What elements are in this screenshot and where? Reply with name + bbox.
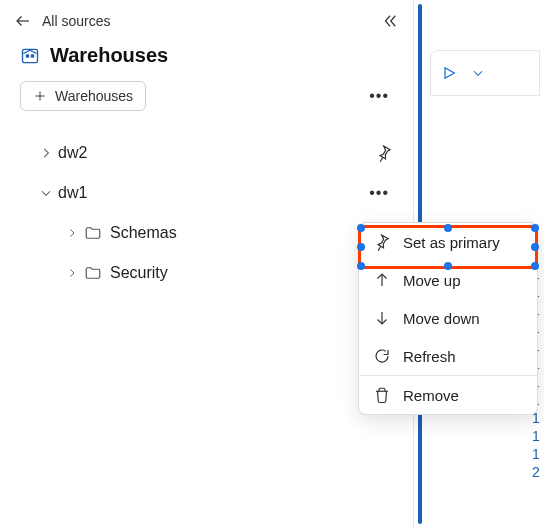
run-dropdown-button[interactable]	[471, 66, 485, 80]
tree: dw2 dw1 ••• Schemas	[0, 119, 413, 293]
menu-item-label: Move up	[403, 272, 461, 289]
tree-item-label: Security	[110, 264, 168, 282]
line-number: 2	[532, 464, 540, 480]
back-to-all-sources[interactable]: All sources	[14, 12, 110, 30]
chevron-right-icon	[60, 267, 84, 279]
chevron-down-icon	[471, 66, 485, 80]
menu-item-refresh[interactable]: Refresh	[359, 337, 537, 375]
add-warehouse-button[interactable]: Warehouses	[20, 81, 146, 111]
pin-icon	[375, 144, 393, 162]
arrow-left-icon	[14, 12, 32, 30]
run-toolbar	[430, 50, 540, 96]
menu-item-label: Remove	[403, 387, 459, 404]
menu-item-label: Set as primary	[403, 234, 500, 251]
plus-icon	[33, 89, 47, 103]
add-button-label: Warehouses	[55, 88, 133, 104]
toolbar-more-button[interactable]: •••	[365, 83, 393, 109]
header-row: All sources	[0, 12, 413, 42]
svg-rect-2	[26, 54, 29, 57]
pin-icon	[373, 233, 391, 251]
svg-rect-3	[31, 54, 34, 57]
menu-item-remove[interactable]: Remove	[359, 375, 537, 414]
tree-item-label: Schemas	[110, 224, 177, 242]
tree-item-label: dw2	[58, 144, 87, 162]
tree-item-more-button[interactable]: •••	[365, 180, 393, 206]
back-label: All sources	[42, 13, 110, 29]
tree-item-dw1[interactable]: dw1 •••	[12, 173, 401, 213]
refresh-icon	[373, 347, 391, 365]
explorer-sidebar: All sources Warehouses Warehouses ••• dw…	[0, 0, 414, 528]
menu-item-set-primary[interactable]: Set as primary	[359, 223, 537, 261]
menu-item-label: Refresh	[403, 348, 456, 365]
tree-item-label: dw1	[58, 184, 87, 202]
tree-item-security[interactable]: Security	[12, 253, 401, 293]
folder-icon	[84, 224, 102, 242]
trash-icon	[373, 386, 391, 404]
folder-icon	[84, 264, 102, 282]
run-button[interactable]	[441, 65, 457, 81]
chevron-down-icon	[34, 186, 58, 200]
title-row: Warehouses	[0, 42, 413, 81]
pin-button[interactable]	[375, 144, 393, 162]
line-number: 1	[532, 446, 540, 462]
chevron-double-left-icon	[381, 12, 399, 30]
chevron-right-icon	[34, 146, 58, 160]
arrow-down-icon	[373, 309, 391, 327]
tree-item-dw2[interactable]: dw2	[12, 133, 401, 173]
menu-item-move-up[interactable]: Move up	[359, 261, 537, 299]
play-icon	[441, 65, 457, 81]
tree-item-schemas[interactable]: Schemas	[12, 213, 401, 253]
toolbar: Warehouses •••	[0, 81, 413, 119]
menu-item-label: Move down	[403, 310, 480, 327]
svg-rect-1	[23, 49, 38, 62]
line-number: 1	[532, 428, 540, 444]
svg-marker-6	[445, 68, 454, 79]
page-title: Warehouses	[50, 44, 168, 67]
warehouse-icon	[20, 46, 40, 66]
chevron-right-icon	[60, 227, 84, 239]
collapse-panel-button[interactable]	[381, 12, 399, 30]
menu-item-move-down[interactable]: Move down	[359, 299, 537, 337]
context-menu: Set as primary Move up Move down Refresh…	[358, 222, 538, 415]
arrow-up-icon	[373, 271, 391, 289]
